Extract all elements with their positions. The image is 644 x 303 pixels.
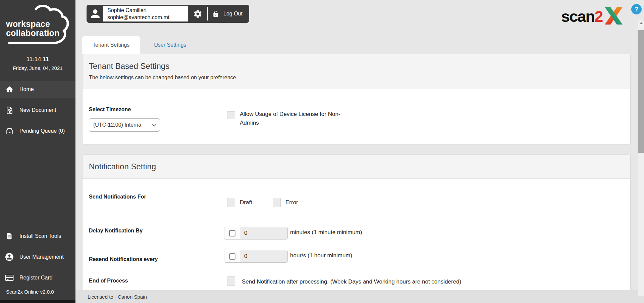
sidebar-bottom-strip (0, 300, 75, 303)
resend-notifications-label: Resend Notifications every (89, 256, 158, 262)
tenant-settings-panel: Tenant Based Settings The below settings… (82, 54, 631, 144)
license-text: Licensed to - Canon Spain (88, 294, 147, 300)
resend-enable-cell (224, 250, 240, 262)
resend-enable-checkbox[interactable] (229, 253, 235, 260)
install-scan-tools-icon (5, 232, 14, 240)
delay-hint: minutes (1 minute minimum) (290, 229, 362, 236)
brand-two: 2 (594, 7, 603, 25)
timezone-value: (UTC-12:00) Interna (93, 122, 152, 128)
clock: 11:14:11 Friday, June, 04, 2021 (0, 56, 75, 71)
delay-enable-checkbox[interactable] (229, 230, 235, 236)
resend-hint: hour/s (1 hour minimum) (290, 252, 352, 259)
user-name: Sophie Camilleri (107, 7, 188, 14)
error-checkbox[interactable] (273, 198, 281, 207)
error-label: Error (285, 199, 298, 206)
draft-checkbox[interactable] (227, 198, 235, 207)
brand-x-icon (603, 6, 624, 26)
chevron-down-icon (152, 124, 157, 127)
brand-text: scan2 (561, 9, 603, 24)
tenant-panel-header: Tenant Based Settings The below settings… (83, 54, 630, 89)
app-window: workspace collaboration 11:14:11 Friday,… (0, 0, 644, 303)
scrollbar-thumb[interactable] (638, 30, 644, 153)
lock-icon (212, 10, 220, 18)
sidebar-item-label: Register Card (19, 275, 53, 281)
license-footer: Licensed to - Canon Spain (75, 290, 644, 303)
timezone-select[interactable]: (UTC-12:00) Interna (89, 118, 160, 132)
resend-input-group: 0 (224, 250, 288, 263)
scroll-up-icon (640, 22, 643, 24)
userbar-divider (207, 7, 208, 20)
panel-title: Tenant Based Settings (89, 61, 630, 71)
workspace-collaboration-logo: workspace collaboration (2, 3, 73, 50)
sidebar-item-label: New Document (19, 107, 56, 113)
delay-notification-label: Delay Notification By (89, 228, 143, 234)
tab-tenant-settings[interactable]: Tenant Settings (82, 36, 140, 54)
sidebar-item-new-document[interactable]: New Document (0, 101, 75, 119)
sidebar-item-home[interactable]: Home (0, 81, 75, 98)
sidebar-menu-bottom: Install Scan Tools User Management (0, 228, 75, 290)
sidebar-menu: Home New Document (0, 81, 75, 143)
sidebar-item-user-management[interactable]: User Management (0, 249, 75, 265)
panel-subtitle: The below settings can be changed based … (89, 75, 630, 81)
notification-panel-body: Send Notifications For Draft Error Delay… (83, 179, 630, 290)
brand-scan: scan (561, 7, 594, 25)
delay-input-group: 0 (224, 227, 288, 240)
clock-time: 11:14:11 (0, 56, 75, 63)
sidebar-item-pending-queue[interactable]: Pending Queue (0) (0, 122, 75, 140)
settings-button[interactable] (193, 9, 202, 18)
end-of-process-hint: Send Notification after processing. (Wee… (242, 278, 461, 285)
tab-user-settings[interactable]: User Settings (140, 36, 200, 54)
user-email: sophie@avantech.com.mt (107, 14, 188, 21)
sidebar-item-label: Home (19, 86, 34, 92)
notification-settings-panel: Notification Setting Send Notifications … (82, 155, 631, 290)
notification-panel-header: Notification Setting (83, 155, 630, 179)
vertical-scrollbar[interactable] (638, 20, 644, 296)
device-license-checkbox[interactable] (227, 111, 235, 119)
sidebar-item-install-scan-tools[interactable]: Install Scan Tools (0, 228, 75, 245)
logout-button[interactable]: Log Out (223, 11, 243, 17)
user-info-box: Sophie Camilleri sophie@avantech.com.mt (103, 6, 188, 21)
main-content: Sophie Camilleri sophie@avantech.com.mt … (75, 0, 644, 303)
tenant-panel-body: Select Timezone (UTC-12:00) Interna Allo… (83, 89, 630, 144)
end-of-process-checkbox[interactable] (227, 276, 235, 286)
sidebar-item-label: Pending Queue (0) (19, 128, 65, 134)
clock-date: Friday, June, 04, 2021 (0, 65, 75, 71)
new-document-icon (5, 106, 14, 115)
sidebar-item-label: User Management (19, 254, 64, 260)
home-icon (5, 85, 14, 94)
logo-line2: collaboration (6, 29, 60, 38)
scan2x-logo: scan2 (561, 7, 624, 26)
timezone-label: Select Timezone (89, 106, 131, 113)
help-button[interactable]: ? (631, 4, 642, 14)
end-of-process-label: End of Process (89, 278, 128, 284)
delay-minutes-input[interactable]: 0 (240, 227, 287, 239)
user-management-icon (5, 253, 14, 261)
resend-hours-input[interactable]: 0 (240, 250, 287, 262)
logo-line1: workspace (6, 19, 60, 29)
sidebar: workspace collaboration 11:14:11 Friday,… (0, 0, 75, 303)
gear-icon (193, 9, 202, 18)
register-card-icon (5, 274, 14, 282)
settings-tabs: Tenant Settings User Settings (82, 36, 200, 54)
panel-title: Notification Setting (89, 162, 156, 171)
user-avatar-icon (89, 7, 101, 20)
sidebar-item-label: Install Scan Tools (19, 233, 61, 239)
draft-label: Draft (240, 199, 252, 206)
delay-enable-cell (224, 227, 240, 239)
sidebar-item-register-card[interactable]: Register Card (0, 269, 75, 286)
app-version: Scan2x Online v2.0.0 (6, 289, 54, 295)
scroll-up-button[interactable] (638, 20, 644, 26)
device-license-label: Allow Usage of Device License for Non-Ad… (240, 110, 340, 127)
pending-queue-icon (5, 127, 14, 135)
user-bar: Sophie Camilleri sophie@avantech.com.mt … (87, 5, 249, 23)
send-notifications-for-label: Send Notifications For (89, 194, 146, 200)
